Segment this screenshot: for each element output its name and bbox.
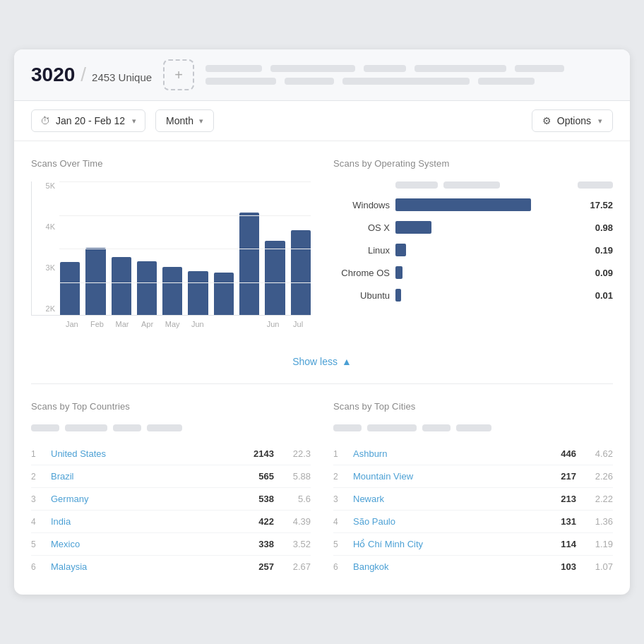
city-name[interactable]: Newark [353, 494, 535, 504]
x-label-feb: Feb [85, 320, 110, 328]
header-placeholder [113, 424, 141, 431]
chevron-down-icon: ▾ [199, 117, 203, 126]
options-button[interactable]: ⚙ Options ▾ [532, 109, 613, 132]
show-less-label: Show less [292, 356, 338, 367]
city-name[interactable]: São Paulo [353, 516, 535, 527]
country-name[interactable]: United States [51, 448, 233, 459]
os-bar [395, 198, 531, 211]
row-num: 5 [31, 539, 45, 549]
date-range-button[interactable]: ⏱ Jan 20 - Feb 12 ▾ [31, 109, 145, 132]
bar-col [60, 262, 80, 315]
bar-col [112, 257, 131, 315]
date-range-label: Jan 20 - Feb 12 [56, 115, 125, 126]
row-num: 4 [31, 517, 45, 527]
row-pct: 22.3 [280, 448, 311, 459]
row-count: 131 [541, 516, 576, 527]
city-row-6: 6 Bangkok 103 1.07 [333, 556, 613, 578]
header-placeholder [422, 424, 451, 431]
header-placeholder [65, 424, 107, 431]
placeholder-bar [478, 78, 535, 85]
x-labels: Jan Feb Mar Apr May Jun Jun Jul [31, 320, 311, 328]
countries-title: Scans by Top Countries [31, 401, 311, 412]
month-label: Month [166, 115, 193, 126]
country-row-2: 2 Brazil 565 5.88 [31, 465, 311, 488]
add-button[interactable]: + [163, 59, 194, 90]
row-count: 538 [239, 494, 274, 504]
os-value: 0.01 [582, 290, 613, 301]
charts-row: Scans Over Time 5K 4K 3K 2K [31, 158, 613, 337]
os-row-linux: Linux 0.19 [333, 244, 613, 256]
header-placeholder [31, 424, 59, 431]
placeholder-bar [364, 65, 406, 72]
row-count: 565 [239, 471, 274, 482]
city-name[interactable]: Bangkok [353, 561, 535, 572]
os-bar [395, 266, 402, 279]
scans-by-os-section: Scans by Operating System Windows 17.52 [333, 158, 613, 337]
city-row-3: 3 Newark 213 2.22 [333, 488, 613, 511]
month-button[interactable]: Month ▾ [155, 109, 214, 132]
scans-over-time-title: Scans Over Time [31, 158, 311, 169]
cities-title: Scans by Top Cities [333, 401, 613, 412]
placeholder-bar [515, 65, 564, 72]
city-name[interactable]: Hồ Chí Minh City [353, 539, 535, 549]
x-label-jun3: Jun [261, 320, 286, 328]
os-bar-wrap [395, 244, 576, 256]
main-card: 3020 / 2453 Unique + ⏱ [14, 49, 630, 595]
chevron-down-icon: ▾ [132, 117, 136, 126]
country-name[interactable]: Malaysia [51, 561, 233, 572]
os-bar [395, 244, 406, 256]
bar-chart [31, 181, 311, 316]
toolbar: ⏱ Jan 20 - Feb 12 ▾ Month ▾ ⚙ Options ▾ [14, 101, 630, 141]
countries-table-section: Scans by Top Countries 1 United States 2… [31, 401, 311, 578]
bar-col [188, 271, 208, 315]
city-name[interactable]: Mountain View [353, 471, 535, 482]
bar-col [85, 248, 105, 315]
y-label-5k: 5K [31, 181, 55, 190]
row-num: 6 [333, 562, 347, 572]
header-placeholders [205, 65, 613, 85]
header-placeholder [456, 424, 491, 431]
main-content: Scans Over Time 5K 4K 3K 2K [14, 141, 630, 595]
show-less-button[interactable]: Show less ▲ [292, 356, 352, 367]
row-count: 257 [239, 561, 274, 572]
os-bar-wrap [395, 221, 576, 234]
country-name[interactable]: Brazil [51, 471, 233, 482]
country-row-6: 6 Malaysia 257 2.67 [31, 556, 311, 578]
row-num: 3 [31, 494, 45, 504]
bar-chart-container: 5K 4K 3K 2K [31, 181, 311, 337]
show-less-row: Show less ▲ [31, 348, 613, 384]
bar-col [291, 230, 311, 315]
os-value: 0.19 [582, 245, 613, 256]
city-name[interactable]: Ashburn [353, 448, 535, 459]
country-name[interactable]: Mexico [51, 539, 233, 549]
header: 3020 / 2453 Unique + [14, 49, 630, 101]
placeholder-bar [205, 65, 262, 72]
os-row-chromeos: Chrome OS 0.09 [333, 266, 613, 279]
os-value: 0.98 [582, 222, 613, 233]
row-count: 103 [541, 561, 576, 572]
row-num: 4 [333, 517, 347, 527]
header-placeholder [367, 424, 417, 431]
row-num: 5 [333, 539, 347, 549]
placeholder-bar [270, 65, 355, 72]
bar [265, 241, 285, 315]
y-label-2k: 2K [31, 304, 55, 313]
placeholder-bar [415, 65, 506, 72]
city-row-4: 4 São Paulo 131 1.36 [333, 511, 613, 533]
bar-col [162, 267, 182, 315]
os-value: 0.09 [582, 268, 613, 278]
row-num: 2 [31, 472, 45, 482]
row-pct: 5.88 [280, 471, 311, 482]
placeholder-bar [205, 78, 276, 85]
os-bar-wrap [395, 289, 576, 302]
row-num: 3 [333, 494, 347, 504]
toolbar-left: ⏱ Jan 20 - Feb 12 ▾ Month ▾ [31, 109, 532, 132]
country-name[interactable]: Germany [51, 494, 233, 504]
row-count: 217 [541, 471, 576, 482]
row-pct: 2.22 [582, 494, 613, 504]
country-row-5: 5 Mexico 338 3.52 [31, 533, 311, 556]
x-label-apr: Apr [135, 320, 160, 328]
total-count: 3020 [31, 64, 75, 86]
bar-col [265, 241, 285, 315]
country-name[interactable]: India [51, 516, 233, 527]
